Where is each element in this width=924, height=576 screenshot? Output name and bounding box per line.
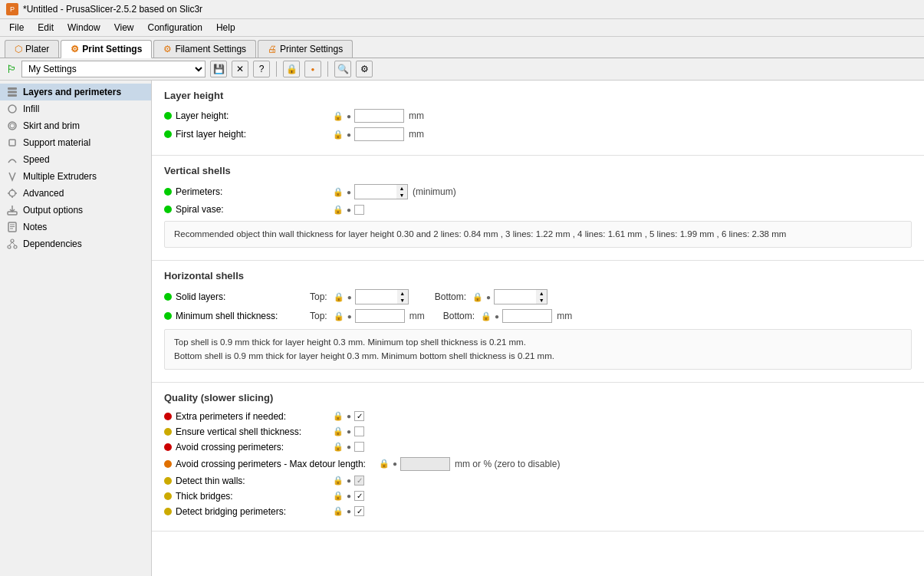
menu-view[interactable]: View [108, 21, 140, 35]
menu-configuration[interactable]: Configuration [142, 21, 209, 35]
checkbox-avoid-crossing[interactable] [354, 442, 364, 452]
lock-icon-perimeters[interactable]: 🔒 [333, 187, 344, 197]
sidebar-item-output[interactable]: Output options [0, 202, 151, 219]
config-button[interactable]: ⚙ [356, 61, 373, 77]
tab-print-settings[interactable]: ⚙ Print Settings [61, 40, 152, 58]
lock-avoid-crossing-max[interactable]: 🔒 [379, 459, 390, 469]
label-min-shell: Minimum shell thickness: [164, 311, 310, 321]
tab-printer-settings[interactable]: 🖨 Printer Settings [258, 40, 353, 58]
input-min-top[interactable]: 0 [355, 309, 405, 323]
input-first-layer-height[interactable]: 0.35 [354, 127, 404, 141]
solid-top-down-button[interactable]: ▼ [397, 297, 408, 304]
section-quality: Quality (slower slicing) Extra perimeter… [152, 383, 924, 532]
save-button[interactable]: 💾 [210, 61, 227, 77]
sidebar-item-layers[interactable]: Layers and perimeters [0, 84, 151, 100]
profile-button[interactable]: 🔒 [283, 61, 300, 77]
solid-top-spinbuttons: ▲ ▼ [397, 289, 409, 304]
tab-filament-settings[interactable]: ⚙ Filament Settings [153, 40, 256, 58]
svg-point-3 [8, 105, 16, 113]
dot-avoid-crossing-max [164, 460, 172, 468]
bullet-layer-height: ● [347, 112, 351, 120]
discard-button[interactable]: ✕ [232, 61, 248, 77]
lock-min-top[interactable]: 🔒 [334, 311, 344, 321]
field-row-detect-thin-walls: Detect thin walls: 🔒 ● [164, 476, 912, 486]
bullet-perimeters: ● [347, 188, 351, 196]
sidebar-item-dependencies[interactable]: Dependencies [0, 235, 151, 252]
input-solid-bottom[interactable]: 3 [494, 289, 536, 304]
toolbar-separator [276, 61, 277, 77]
unit-layer-height: mm [409, 110, 424, 121]
lock-min-bottom[interactable]: 🔒 [481, 311, 492, 321]
controls-detect-thin-walls: 🔒 ● [333, 476, 364, 485]
input-solid-top[interactable]: 3 [355, 289, 397, 304]
sidebar-item-advanced[interactable]: Advanced [0, 185, 151, 202]
controls-vertical-shell-thickness: 🔒 ● [333, 426, 364, 436]
svg-rect-6 [9, 140, 15, 146]
menu-window[interactable]: Window [61, 21, 107, 35]
svg-point-18 [8, 245, 11, 249]
sidebar-item-notes[interactable]: Notes [0, 219, 151, 235]
bottom-label-solid: Bottom: [435, 291, 466, 302]
tab-plater[interactable]: ⬡ Plater [5, 40, 59, 58]
preset-dropdown[interactable]: My Settings [21, 61, 206, 77]
input-perimeters[interactable]: 3 [354, 184, 396, 199]
sidebar-item-extruders[interactable]: Multiple Extruders [0, 168, 151, 185]
checkbox-detect-bridging[interactable] [354, 506, 364, 516]
search-button[interactable]: 🔍 [334, 61, 351, 77]
sidebar-item-infill[interactable]: Infill [0, 100, 151, 117]
help-button[interactable]: ? [253, 61, 270, 77]
sidebar-item-speed[interactable]: Speed [0, 151, 151, 168]
sidebar-label-extruders: Multiple Extruders [23, 171, 97, 182]
checkbox-thick-bridges[interactable] [354, 491, 364, 501]
controls-detect-bridging: 🔒 ● [333, 506, 364, 516]
title-bar: P *Untitled - PrusaSlicer-2.5.2 based on… [0, 0, 924, 19]
lock-detect-thin-walls[interactable]: 🔒 [333, 476, 344, 485]
field-row-vertical-shell-thickness: Ensure vertical shell thickness: 🔒 ● [164, 426, 912, 437]
lock-solid-bottom[interactable]: 🔒 [472, 292, 483, 302]
solid-bottom-down-button[interactable]: ▼ [536, 297, 547, 304]
input-min-bottom[interactable]: 0 [502, 309, 552, 323]
controls-min-shell: Top: 🔒 ● 0 mm Bottom: 🔒 ● 0 mm [310, 309, 912, 323]
solid-top-up-button[interactable]: ▲ [397, 290, 408, 297]
lock-solid-top[interactable]: 🔒 [334, 292, 344, 302]
menu-edit[interactable]: Edit [31, 21, 60, 35]
lock-avoid-crossing[interactable]: 🔒 [333, 442, 344, 452]
input-layer-height[interactable]: 0.3 [354, 109, 404, 123]
sidebar: Layers and perimeters Infill Skirt and b… [0, 81, 152, 576]
dot-perimeters [164, 188, 172, 196]
checkbox-extra-perimeters[interactable] [354, 411, 364, 421]
lock-detect-bridging[interactable]: 🔒 [333, 506, 344, 516]
solid-bottom-spinbuttons: ▲ ▼ [536, 289, 547, 304]
perimeters-down-button[interactable]: ▼ [396, 192, 407, 199]
svg-rect-1 [8, 91, 17, 94]
lock-icon-spiral-vase[interactable]: 🔒 [333, 205, 344, 215]
lock-icon-first-layer[interactable]: 🔒 [333, 130, 344, 140]
menu-file[interactable]: File [3, 21, 30, 35]
unit-min-top: mm [409, 311, 425, 321]
checkbox-vertical-shell-thickness[interactable] [354, 426, 364, 436]
print-settings-icon: ⚙ [71, 44, 79, 54]
input-avoid-crossing-max[interactable]: 0 [400, 457, 450, 471]
preset-selector-area: My Settings [21, 61, 206, 77]
sidebar-label-dependencies: Dependencies [23, 239, 82, 249]
sidebar-label-skirt: Skirt and brim [23, 120, 80, 131]
dot-vertical-shell-thickness [164, 428, 172, 436]
lock-icon-layer-height[interactable]: 🔒 [333, 111, 344, 121]
checkbox-spiral-vase[interactable] [354, 205, 364, 215]
lock-extra-perimeters[interactable]: 🔒 [333, 411, 344, 421]
controls-layer-height: 🔒 ● 0.3 mm [333, 109, 424, 123]
lock-thick-bridges[interactable]: 🔒 [333, 491, 344, 501]
dot-layer-height [164, 112, 172, 120]
sidebar-item-skirt[interactable]: Skirt and brim [0, 117, 151, 134]
sidebar-item-support[interactable]: Support material [0, 134, 151, 151]
field-row-avoid-crossing-max: Avoid crossing perimeters - Max detour l… [164, 457, 912, 471]
menu-help[interactable]: Help [210, 21, 242, 35]
top-label-solid: Top: [310, 291, 327, 302]
solid-bottom-up-button[interactable]: ▲ [536, 290, 547, 297]
dot-thick-bridges [164, 492, 172, 500]
perimeters-up-button[interactable]: ▲ [396, 185, 407, 192]
lock-vertical-shell[interactable]: 🔒 [333, 426, 344, 436]
section-layer-height: Layer height Layer height: 🔒 ● 0.3 mm [152, 81, 924, 156]
label-solid-layers: Solid layers: [164, 291, 310, 302]
checkbox-detect-thin-walls[interactable] [354, 476, 364, 485]
